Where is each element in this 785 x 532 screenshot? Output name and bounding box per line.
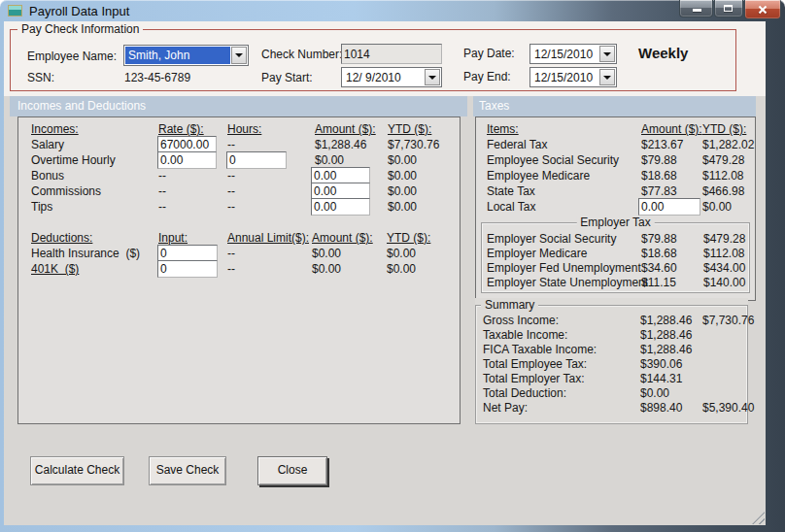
chevron-down-icon bbox=[428, 76, 436, 80]
tax-amount-value: $79.88 bbox=[641, 153, 677, 167]
incomes-deductions-section-title: Incomes and Deductions bbox=[17, 99, 146, 113]
employee-name-combobox[interactable]: Smith, John bbox=[123, 45, 249, 66]
summary-amount-value: $0.00 bbox=[640, 386, 669, 400]
tax-ytd-value: $1,282.02 bbox=[702, 138, 754, 151]
tax-row-label: Employee Medicare bbox=[487, 169, 590, 183]
pay-date-datepicker[interactable]: 12/15/2010 bbox=[529, 44, 617, 64]
minimize-icon bbox=[693, 9, 701, 12]
income-row-label: Bonus bbox=[31, 169, 64, 183]
income-hours-input[interactable] bbox=[226, 151, 287, 169]
deductions-column-header: YTD ($): bbox=[387, 231, 430, 245]
save-check-button[interactable]: Save Check bbox=[149, 456, 226, 485]
deduction-ytd-value: $0.00 bbox=[387, 247, 416, 260]
pay-end-datepicker[interactable]: 12/15/2010 bbox=[529, 67, 617, 87]
pay-start-dropdown-button[interactable] bbox=[425, 69, 440, 85]
tax-ytd-value: $0.00 bbox=[702, 200, 732, 214]
pay-date-dropdown-button[interactable] bbox=[599, 46, 615, 62]
employer-tax-amount-value: $18.68 bbox=[641, 247, 677, 260]
tax-amount-input[interactable] bbox=[638, 198, 700, 216]
incomes-column-header: Amount ($): bbox=[315, 122, 376, 136]
income-amount-value: $1,288.46 bbox=[315, 138, 366, 151]
income-amount-input[interactable] bbox=[311, 198, 370, 216]
taxes-section-title: Taxes bbox=[479, 99, 509, 113]
employee-name-value: Smith, John bbox=[125, 47, 230, 64]
employer-tax-amount-value: $11.15 bbox=[641, 276, 676, 289]
check-number-input[interactable] bbox=[341, 44, 442, 64]
calculate-check-button[interactable]: Calculate Check bbox=[30, 456, 124, 485]
summary-row-label: Total Employer Tax: bbox=[483, 372, 585, 385]
tax-row-label: Federal Tax bbox=[487, 138, 547, 151]
incomes-deductions-section-header: Incomes and Deductions bbox=[10, 96, 467, 116]
employer-tax-ytd-value: $140.00 bbox=[703, 276, 745, 289]
employer-tax-row-label: Employer Medicare bbox=[487, 247, 587, 260]
employee-name-dropdown-button[interactable] bbox=[231, 47, 247, 64]
pay-start-datepicker[interactable]: 12/ 9/2010 bbox=[341, 67, 442, 87]
summary-row-label: Taxable Income: bbox=[483, 328, 567, 342]
deduction-amount-value: $0.00 bbox=[312, 247, 341, 260]
income-ytd-value: $7,730.76 bbox=[388, 138, 439, 151]
maximize-button[interactable] bbox=[714, 0, 743, 17]
employer-tax-legend: Employer Tax bbox=[576, 216, 654, 229]
income-rate-value: -- bbox=[158, 169, 166, 183]
incomes-column-header: YTD ($): bbox=[388, 122, 431, 136]
deduction-limit-value: -- bbox=[227, 262, 235, 276]
income-hours-value: -- bbox=[227, 184, 235, 198]
income-ytd-value: $0.00 bbox=[388, 200, 417, 214]
deduction-input[interactable] bbox=[157, 260, 218, 278]
tax-ytd-value: $479.28 bbox=[702, 153, 744, 167]
income-ytd-value: $0.00 bbox=[388, 153, 417, 167]
deduction-amount-value: $0.00 bbox=[312, 262, 341, 276]
taxes-column-header: Items: bbox=[487, 122, 519, 136]
income-row-label: Commissions bbox=[31, 184, 101, 198]
summary-row-label: Net Pay: bbox=[483, 401, 528, 415]
app-window: Payroll Data Input Pay Check Information… bbox=[0, 0, 785, 532]
tax-row-label: State Tax bbox=[487, 184, 535, 198]
employer-tax-row-label: Employer Fed Unemployment bbox=[487, 261, 641, 275]
pay-date-label: Pay Date: bbox=[463, 47, 515, 60]
income-amount-value: $0.00 bbox=[315, 153, 344, 167]
summary-amount-value: $144.31 bbox=[640, 372, 682, 385]
taxes-column-header: YTD ($): bbox=[702, 122, 746, 136]
employee-name-label: Employee Name: bbox=[27, 50, 117, 63]
incomes-column-header: Rate ($): bbox=[158, 122, 204, 136]
deduction-row-label: 401K ($) bbox=[31, 262, 79, 276]
summary-row-label: FICA Taxable Income: bbox=[483, 343, 597, 356]
summary-amount-value: $1,288.46 bbox=[640, 314, 692, 327]
deductions-column-header: Annual Limit($): bbox=[227, 231, 309, 245]
pay-frequency-label: Weekly bbox=[638, 45, 688, 61]
income-rate-value: -- bbox=[158, 184, 166, 198]
income-hours-value: -- bbox=[227, 138, 235, 151]
pay-start-value: 12/ 9/2010 bbox=[346, 71, 401, 84]
tax-row-label: Employee Social Security bbox=[487, 153, 619, 167]
income-rate-input[interactable] bbox=[157, 151, 217, 169]
income-row-label: Overtime Hourly bbox=[31, 153, 116, 167]
close-window-button[interactable] bbox=[744, 0, 781, 19]
incomes-column-header: Hours: bbox=[227, 122, 261, 136]
close-button[interactable]: Close bbox=[257, 456, 327, 485]
tax-amount-value: $77.83 bbox=[641, 184, 677, 198]
taxes-section-header: Taxes bbox=[473, 96, 756, 116]
minimize-button[interactable] bbox=[679, 0, 713, 17]
incomes-column-header: Incomes: bbox=[31, 122, 79, 136]
pay-end-dropdown-button[interactable] bbox=[599, 69, 615, 85]
deduction-row-label: Health Insurance ($) bbox=[31, 247, 140, 260]
employer-tax-row-label: Employer Social Security bbox=[487, 232, 616, 246]
window-title: Payroll Data Input bbox=[29, 4, 129, 18]
income-row-label: Tips bbox=[31, 200, 52, 214]
summary-row-label: Total Deduction: bbox=[483, 386, 566, 400]
ssn-label: SSN: bbox=[27, 71, 54, 84]
tax-ytd-value: $466.98 bbox=[702, 184, 744, 198]
summary-row-label: Total Employee Tax: bbox=[483, 357, 587, 371]
income-ytd-value: $0.00 bbox=[388, 184, 417, 198]
summary-amount-value: $1,288.46 bbox=[640, 343, 692, 356]
income-hours-value: -- bbox=[227, 200, 235, 214]
chevron-down-icon bbox=[235, 53, 243, 57]
employer-tax-amount-value: $79.88 bbox=[641, 232, 677, 246]
title-bar[interactable]: Payroll Data Input bbox=[0, 0, 785, 21]
income-ytd-value: $0.00 bbox=[388, 169, 417, 183]
pay-end-label: Pay End: bbox=[463, 70, 511, 83]
pay-end-value: 12/15/2010 bbox=[534, 71, 593, 84]
summary-ytd-value: $7,730.76 bbox=[702, 314, 754, 327]
employer-tax-row-label: Employer State Unemployment bbox=[487, 276, 648, 289]
employer-tax-amount-value: $34.60 bbox=[641, 261, 677, 275]
